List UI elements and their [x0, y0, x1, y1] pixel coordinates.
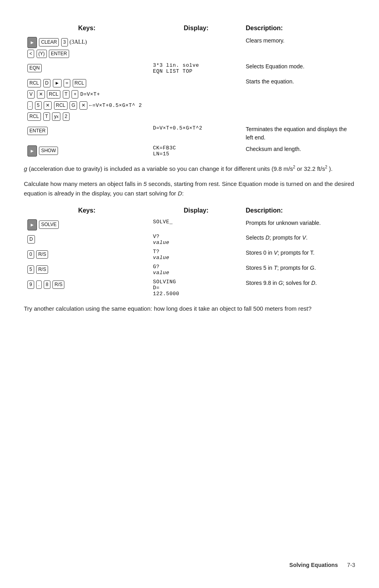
- rcl-key: RCL: [27, 79, 41, 87]
- plus-key: +: [72, 90, 78, 99]
- display-text: V?value: [153, 234, 170, 246]
- rcl4-key: RCL: [54, 101, 68, 110]
- clear-key: CLEAR: [39, 38, 59, 46]
- table-row: ► SOLVE SOLVE_ Prompts for unknown varia…: [24, 217, 355, 232]
- display-cell: [150, 76, 243, 124]
- sup1: 2: [293, 165, 296, 169]
- enter-key: ENTER: [49, 50, 69, 58]
- col-header-keys: Keys:: [24, 23, 150, 35]
- paragraph-1: g (acceleration due to gravity) is inclu…: [24, 164, 355, 174]
- table-row: D V?value Selects D; prompts for V.: [24, 232, 355, 247]
- table-row: 9 . 8 R/S SOLVINGD=122.5000 Stores 9.8 i…: [24, 277, 355, 298]
- display-cell: G?value: [150, 262, 243, 277]
- display-cell: [150, 35, 243, 61]
- col2-header-keys: Keys:: [24, 205, 150, 217]
- keys-cell: EQN: [24, 61, 150, 76]
- keys-cell: D: [24, 232, 150, 247]
- display-cell: CK=FB3CLN=15: [150, 143, 243, 159]
- solve-key: SOLVE: [39, 220, 58, 229]
- d2-key: D: [27, 235, 35, 244]
- desc-cell: Stores 5 in T; prompts for G.: [242, 262, 355, 277]
- display-cell: D=V×T+0.5×G×T^2: [150, 124, 243, 143]
- rs3-key: R/S: [52, 280, 64, 289]
- y-key: (Y): [37, 50, 47, 58]
- 8-key: 8: [44, 280, 50, 289]
- 9-key: 9: [27, 280, 34, 289]
- table-row: ► SHOW CK=FB3CLN=15 Checksum and length.: [24, 143, 355, 159]
- dot2-key: .: [36, 280, 41, 289]
- table-1: Keys: Display: Description: ► CLEAR 3 (3…: [24, 23, 355, 159]
- 2-key: 2: [63, 112, 70, 121]
- paren-label: (3ALL): [70, 39, 87, 45]
- paragraph-3: Try another calculation using the same e…: [24, 304, 355, 313]
- col2-header-display: Display:: [150, 205, 243, 217]
- g-key: G: [70, 101, 77, 110]
- desc-cell: Checksum and length.: [242, 143, 355, 159]
- display-cell: SOLVINGD=122.5000: [150, 277, 243, 298]
- display-text: T?value: [153, 249, 170, 261]
- shift-key: ►: [27, 37, 37, 48]
- lt-key: <: [27, 50, 34, 58]
- sto2-key: ►: [27, 145, 37, 157]
- rcl2-key: RCL: [73, 79, 86, 87]
- display-cell: SOLVE_: [150, 217, 243, 232]
- display-cell: 3*3 lin. solveEQN LIST TOP: [150, 61, 243, 76]
- display-text: CK=FB3CLN=15: [153, 145, 176, 157]
- display-cell: T?value: [150, 247, 243, 262]
- display-text: D=V×T+0.5×G×T^2: [153, 125, 203, 131]
- 5-key: 5: [35, 101, 42, 110]
- keys-cell: ► SHOW: [24, 143, 150, 159]
- paragraph-2: Calculate how many meters an object fall…: [24, 179, 355, 198]
- table-row: EQN 3*3 lin. solveEQN LIST TOP Selects E…: [24, 61, 355, 76]
- col-header-display: Display:: [150, 23, 243, 35]
- shift2-key: ►: [27, 219, 37, 230]
- show-key: SHOW: [39, 147, 58, 155]
- g-variable: g: [24, 165, 27, 172]
- rcl5-key: RCL: [27, 112, 41, 121]
- display-inline: D=V×T+: [80, 91, 100, 97]
- keys-cell: 0 R/S: [24, 247, 150, 262]
- arrow-eq: ←=V×T+0.5×G×T^ 2: [89, 102, 142, 108]
- enter2-key: ENTER: [27, 127, 48, 135]
- table-2: Keys: Display: Description: ► SOLVE SOLV…: [24, 205, 355, 298]
- eqn-key: EQN: [27, 64, 42, 72]
- table-row: ► CLEAR 3 (3ALL) < (Y) ENTER Clears memo…: [24, 35, 355, 61]
- footer-page: 7-3: [347, 562, 355, 568]
- display-text: SOLVE_: [153, 219, 173, 225]
- d-key: D: [43, 79, 51, 87]
- 3-key: 3: [61, 38, 68, 46]
- sup2: 2: [325, 165, 327, 169]
- table-row: ENTER D=V×T+0.5×G×T^2 Terminates the equ…: [24, 124, 355, 143]
- desc-cell: Selects D; prompts for V.: [242, 232, 355, 247]
- display-cell: V?value: [150, 232, 243, 247]
- keys-cell: ► SOLVE: [24, 217, 150, 232]
- col2-header-desc: Description:: [242, 205, 355, 217]
- footer: Solving Equations 7-3: [289, 562, 355, 568]
- display-text: G?value: [153, 264, 170, 276]
- t2-key: T: [43, 112, 50, 121]
- table-row: RCL D ► = RCL V ✕ RCL T + D=V×T+ . 5 ✕ R…: [24, 76, 355, 124]
- keys-cell: 5 R/S: [24, 262, 150, 277]
- yx-key: yx: [52, 112, 60, 121]
- keys-cell: ENTER: [24, 124, 150, 143]
- rcl3-key: RCL: [47, 90, 60, 99]
- display-text: SOLVINGD=122.5000: [153, 279, 179, 297]
- rs1-key: R/S: [36, 250, 48, 259]
- col-header-desc: Description:: [242, 23, 355, 35]
- desc-cell: Terminates the equation and displays the…: [242, 124, 355, 143]
- desc-cell: Prompts for unknown variable.: [242, 217, 355, 232]
- table-row: 0 R/S T?value Stores 0 in V; prompts for…: [24, 247, 355, 262]
- footer-title: Solving Equations: [289, 562, 338, 568]
- table-row: 5 R/S G?value Stores 5 in T; prompts for…: [24, 262, 355, 277]
- t-key: T: [63, 90, 70, 99]
- x-key: ✕: [37, 90, 45, 99]
- rs2-key: R/S: [36, 265, 48, 274]
- eq-key: =: [64, 79, 70, 87]
- desc-cell: Selects Equation mode.: [242, 61, 355, 76]
- sto-key: ►: [53, 79, 62, 87]
- dot-key: .: [27, 101, 33, 110]
- display-text: 3*3 lin. solveEQN LIST TOP: [153, 62, 199, 74]
- keys-cell: 9 . 8 R/S: [24, 277, 150, 298]
- x2-key: ✕: [44, 101, 52, 110]
- 5b-key: 5: [27, 265, 34, 274]
